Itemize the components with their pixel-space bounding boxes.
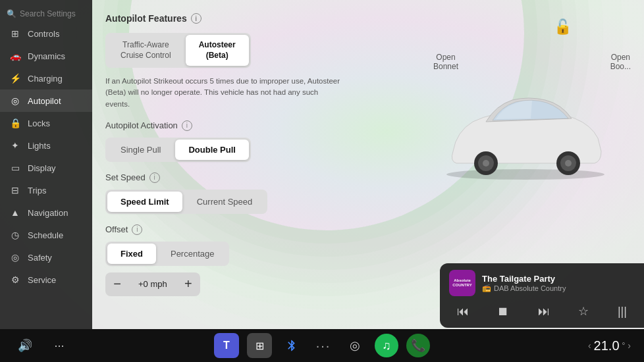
music-info: Absolute COUNTRY The Tailgate Party 📻 DA… xyxy=(449,270,635,296)
autopilot-warning-text: If an Autopilot Strikeout occurs 5 times… xyxy=(105,76,342,110)
sidebar-item-label: Display xyxy=(28,163,56,173)
navigation-icon: ▲ xyxy=(9,207,21,218)
offset-label-row: Offset i xyxy=(105,224,631,235)
offset-stepper: − +0 mph + xyxy=(105,272,200,296)
sidebar-item-schedule[interactable]: ◷ Schedule xyxy=(0,224,92,246)
taskbar-dots-left[interactable]: ··· xyxy=(47,334,71,357)
set-speed-toggle: Speed Limit Current Speed xyxy=(105,190,267,214)
phone-button[interactable]: 📞 xyxy=(406,334,430,357)
controls-icon: ⊞ xyxy=(9,28,21,39)
music-logo: Absolute COUNTRY xyxy=(449,270,475,296)
taskbar-left: 🔊 ··· xyxy=(13,334,71,357)
activation-toggle: Single Pull Double Pull xyxy=(105,138,251,162)
offset-minus-button[interactable]: − xyxy=(105,272,129,296)
bluetooth-icon xyxy=(285,339,298,352)
percentage-button[interactable]: Percentage xyxy=(157,244,228,264)
schedule-icon: ◷ xyxy=(9,230,21,240)
trips-icon: ⊟ xyxy=(9,185,21,195)
display-icon: ▭ xyxy=(9,163,21,173)
activation-info-icon[interactable]: i xyxy=(182,120,192,131)
dynamics-icon: 🚗 xyxy=(9,51,21,61)
fixed-button[interactable]: Fixed xyxy=(107,244,156,264)
autosteer-button[interactable]: Autosteer (Beta) xyxy=(186,35,249,66)
temperature-display[interactable]: ‹ 21.0 ° › xyxy=(588,338,631,353)
charging-icon: ⚡ xyxy=(9,73,21,84)
sidebar-item-autopilot[interactable]: ◎ Autopilot xyxy=(0,90,92,112)
sidebar-item-label: Autopilot xyxy=(28,96,61,106)
sidebar-item-display[interactable]: ▭ Display xyxy=(0,157,92,179)
grid-app-icon[interactable]: ⊞ xyxy=(247,333,272,358)
sidebar-item-label: Controls xyxy=(28,29,59,39)
sidebar-item-label: Safety xyxy=(28,253,52,263)
speed-limit-button[interactable]: Speed Limit xyxy=(107,192,182,212)
offset-info-icon[interactable]: i xyxy=(132,224,142,235)
double-pull-button[interactable]: Double Pull xyxy=(175,140,249,160)
autopilot-features-info-icon[interactable]: i xyxy=(191,13,201,24)
volume-button[interactable]: 🔊 xyxy=(13,334,37,357)
temp-right-arrow[interactable]: › xyxy=(628,340,631,351)
sidebar-item-dynamics[interactable]: 🚗 Dynamics xyxy=(0,45,92,67)
sidebar-item-trips[interactable]: ⊟ Trips xyxy=(0,179,92,201)
next-button[interactable]: ⏭ xyxy=(533,302,555,321)
search-icon: 🔍 xyxy=(7,9,16,18)
camera-button[interactable]: ◎ xyxy=(343,334,367,357)
autopilot-mode-toggle: Traffic-Aware Cruise Control Autosteer (… xyxy=(105,33,251,68)
taskbar: 🔊 ··· T ⊞ ··· ◎ xyxy=(0,329,644,362)
sidebar-item-label: Dynamics xyxy=(28,51,65,61)
car-area: Open Bonnet Open Boo... 🔓 xyxy=(420,13,637,184)
svg-point-0 xyxy=(446,169,604,180)
search-bar[interactable]: 🔍 Search Settings xyxy=(0,5,92,22)
single-pull-button[interactable]: Single Pull xyxy=(107,140,174,160)
sidebar-item-safety[interactable]: ◎ Safety xyxy=(0,246,92,269)
lock-icon: 🔓 xyxy=(554,18,572,36)
taskbar-right: ‹ 21.0 ° › xyxy=(588,338,631,353)
car-image xyxy=(433,66,618,184)
service-icon: ⚙ xyxy=(9,274,21,285)
current-speed-button[interactable]: Current Speed xyxy=(184,192,266,212)
set-speed-info-icon[interactable]: i xyxy=(149,172,160,183)
music-station: 📻 DAB Absolute Country xyxy=(482,284,635,292)
sidebar-item-label: Navigation xyxy=(28,208,68,218)
sidebar-item-service[interactable]: ⚙ Service xyxy=(0,269,92,291)
volume-icon: 🔊 xyxy=(18,338,32,353)
offset-type-toggle: Fixed Percentage xyxy=(105,242,229,266)
music-player: Absolute COUNTRY The Tailgate Party 📻 DA… xyxy=(440,263,644,328)
music-text: The Tailgate Party 📻 DAB Absolute Countr… xyxy=(482,274,635,292)
sidebar-item-label: Trips xyxy=(28,186,46,195)
svg-point-6 xyxy=(565,160,572,167)
offset-plus-button[interactable]: + xyxy=(176,272,200,296)
sidebar-item-label: Charging xyxy=(28,74,63,84)
lights-icon: ✦ xyxy=(9,140,21,151)
autopilot-icon: ◎ xyxy=(9,95,21,106)
prev-button[interactable]: ⏮ xyxy=(452,302,474,321)
sidebar-item-navigation[interactable]: ▲ Navigation xyxy=(0,201,92,224)
sidebar-item-label: Lights xyxy=(28,141,51,151)
bluetooth-button[interactable] xyxy=(280,334,304,357)
sidebar-item-controls[interactable]: ⊞ Controls xyxy=(0,22,92,45)
sidebar-item-locks[interactable]: 🔒 Locks xyxy=(0,112,92,134)
music-controls: ⏮ ⏹ ⏭ ☆ ||| xyxy=(449,301,635,321)
sidebar-item-label: Schedule xyxy=(28,230,63,240)
offset-value: +0 mph xyxy=(129,279,176,289)
menu-button[interactable]: ||| xyxy=(612,302,632,321)
main-screen: 🔍 Search Settings ⊞ Controls 🚗 Dynamics … xyxy=(0,0,644,362)
locks-icon: 🔒 xyxy=(9,118,21,128)
sidebar-item-charging[interactable]: ⚡ Charging xyxy=(0,67,92,90)
radio-icon: 📻 xyxy=(482,284,491,292)
temp-left-arrow[interactable]: ‹ xyxy=(588,340,591,351)
traffic-aware-button[interactable]: Traffic-Aware Cruise Control xyxy=(107,35,184,66)
safety-icon: ◎ xyxy=(9,252,21,263)
spotify-button[interactable]: ♫ xyxy=(375,334,398,357)
taskbar-dots-center[interactable]: ··· xyxy=(311,334,335,357)
sidebar-item-label: Locks xyxy=(28,118,50,128)
stop-button[interactable]: ⏹ xyxy=(492,302,514,321)
taskbar-center: T ⊞ ··· ◎ ♫ 📞 xyxy=(214,333,430,358)
favorite-button[interactable]: ☆ xyxy=(573,301,594,321)
sidebar-item-label: Service xyxy=(28,275,56,285)
music-title: The Tailgate Party xyxy=(482,274,635,284)
teams-app-icon[interactable]: T xyxy=(214,333,239,358)
search-label: Search Settings xyxy=(20,9,76,18)
svg-point-3 xyxy=(483,160,489,167)
sidebar: 🔍 Search Settings ⊞ Controls 🚗 Dynamics … xyxy=(0,0,92,329)
sidebar-item-lights[interactable]: ✦ Lights xyxy=(0,134,92,157)
